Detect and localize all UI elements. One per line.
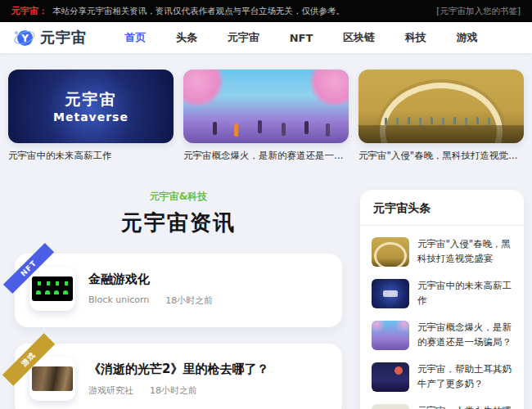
featured-caption[interactable]: 元宇宙中的未来高薪工作 <box>8 150 174 162</box>
featured-row: 元宇宙 Metaverse 元宇宙中的未来高薪工作 元宇宙概念爆火，是新的赛道还… <box>0 53 532 162</box>
featured-image-metaverse: 元宇宙 Metaverse <box>8 70 174 143</box>
headline-item-gala[interactable]: 元宇宙"入侵"春晚，黑科技打造视觉盛宴 <box>372 237 512 267</box>
page-title: 元宇宙资讯 <box>8 209 349 237</box>
planet-y-logo-icon: Y <box>15 28 34 47</box>
article-thumbnail <box>29 267 75 311</box>
headlines-list: 元宇宙"入侵"春晚，黑科技打造视觉盛宴 元宇宙中的未来高薪工作 元宇宙概念爆火，… <box>360 226 524 409</box>
article-source: Block unicorn <box>88 294 149 307</box>
section-header: 元宇宙&科技 元宇宙资讯 <box>8 190 349 237</box>
main-navbar: Y 元宇宙 首页 头条 元宇宙 NFT 区块链 科技 游戏 <box>0 22 532 53</box>
nav-item-tech[interactable]: 科技 <box>405 30 426 45</box>
section-label: 元宇宙&科技 <box>8 190 349 204</box>
article-card-finance-gamified[interactable]: NFT 金融游戏化 Block unicorn 18小时之前 <box>15 254 342 327</box>
headline-item-cows[interactable]: 元宇宙，帮助土耳其奶牛产了更多奶？ <box>372 362 512 392</box>
nav-item-headlines[interactable]: 头条 <box>176 30 197 45</box>
metaverse-navy-thumb <box>372 279 409 308</box>
featured-card-metaverse-jobs[interactable]: 元宇宙 Metaverse 元宇宙中的未来高薪工作 <box>8 70 174 162</box>
news-column: 元宇宙&科技 元宇宙资讯 NFT 金融游戏化 Block unicorn 18小… <box>8 190 349 409</box>
nav-item-blockchain[interactable]: 区块链 <box>343 30 375 45</box>
article-title[interactable]: 《消逝的光芒2》里的枪去哪了？ <box>88 362 268 377</box>
sidebar: 元宇宙头条 元宇宙"入侵"春晚，黑科技打造视觉盛宴 元宇宙中的未来高薪工作 元宇… <box>360 190 524 409</box>
nav-item-games[interactable]: 游戏 <box>457 30 478 45</box>
article-thumbnail <box>29 357 75 401</box>
featured-card-concept-hype[interactable]: 元宇宙概念爆火，是新的赛道还是一场骗局？ <box>183 70 349 162</box>
article-time: 18小时之前 <box>165 294 213 307</box>
content-area: 元宇宙&科技 元宇宙资讯 NFT 金融游戏化 Block unicorn 18小… <box>0 162 532 409</box>
featured-caption[interactable]: 元宇宙概念爆火，是新的赛道还是一场骗局？ <box>183 150 349 162</box>
headline-item-hype[interactable]: 元宇宙概念爆火，是新的赛道还是一场骗局？ <box>372 321 512 350</box>
headlines-panel-title: 元宇宙头条 <box>360 190 524 225</box>
top-notice-bar: 元宇宙： 本站分享元宇宙相关资讯，资讯仅代表作者观点与平台立场无关，仅供参考。 … <box>0 0 532 22</box>
article-source: 游戏研究社 <box>88 384 133 397</box>
nav-item-nft[interactable]: NFT <box>290 32 313 44</box>
topbar-brand: 元宇宙： <box>11 5 47 17</box>
site-logo-text: 元宇宙 <box>40 28 87 47</box>
golden-stage-thumb <box>372 237 409 267</box>
headline-item-jobs[interactable]: 元宇宙中的未来高薪工作 <box>372 279 512 308</box>
ink-painting-thumb <box>372 404 409 409</box>
headlines-panel: 元宇宙头条 元宇宙"入侵"春晚，黑科技打造视觉盛宴 元宇宙中的未来高薪工作 元宇… <box>360 190 524 409</box>
nav-item-metaverse[interactable]: 元宇宙 <box>228 30 259 45</box>
topbar-notice-text: 本站分享元宇宙相关资讯，资讯仅代表作者观点与平台立场无关，仅供参考。 <box>52 6 436 17</box>
article-card-dying-light[interactable]: 游戏 《消逝的光芒2》里的枪去哪了？ 游戏研究社 18小时之前 <box>15 344 342 409</box>
game-scene-thumb <box>372 321 409 350</box>
featured-caption[interactable]: 元宇宙"入侵"春晚，黑科技打造视觉盛宴 <box>358 150 524 162</box>
featured-card-gala[interactable]: 元宇宙"入侵"春晚，黑科技打造视觉盛宴 <box>358 70 524 162</box>
nav-menu: 首页 头条 元宇宙 NFT 区块链 科技 游戏 <box>110 30 517 45</box>
article-time: 18小时之前 <box>150 384 197 397</box>
article-title[interactable]: 金融游戏化 <box>88 272 213 287</box>
night-illustration-thumb <box>372 362 409 392</box>
featured-image-golden-stage <box>358 70 524 143</box>
bookmark-link[interactable]: [元宇宙加入您的书签] <box>436 6 521 17</box>
headline-item-immortality[interactable]: 元宇宙，人类永生的曙光？ <box>372 404 512 409</box>
pixel-invaders-image <box>32 276 73 301</box>
nav-item-home[interactable]: 首页 <box>124 30 146 45</box>
site-logo[interactable]: Y 元宇宙 <box>15 28 87 47</box>
featured-image-game-scene <box>183 70 349 143</box>
game-screenshot-image <box>32 366 73 391</box>
